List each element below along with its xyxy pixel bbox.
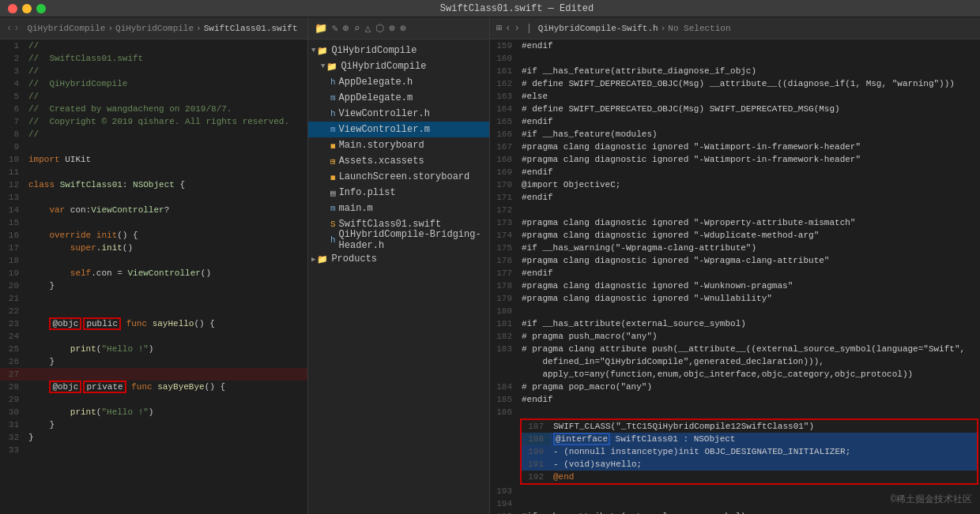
header-line: 162 # define SWIFT_DEPRECATED_OBJC(Msg) … — [490, 77, 980, 90]
header-line: 180 — [490, 305, 980, 317]
split-icon[interactable]: ⊞ — [496, 22, 502, 34]
list-item[interactable]: m AppDelegate.m — [308, 90, 489, 106]
tree-label: SwiftClass01.swift — [339, 219, 442, 230]
close-button[interactable] — [8, 4, 17, 13]
header-line: 160 — [490, 52, 980, 65]
code-line: 2 // SwiftClass01.swift — [0, 52, 307, 65]
header-line: 178 #pragma clang diagnostic ignored "-W… — [490, 280, 980, 292]
file-tree-area[interactable]: ▼ 📁 QiHybridCompile ▼ 📁 QiHybridCompile … — [308, 39, 489, 514]
code-line-27: 27 — [0, 368, 307, 381]
tree-label: LaunchScreen.storyboard — [339, 171, 470, 182]
forward-arrow[interactable]: › — [13, 23, 19, 34]
folder-icon: 📁 — [317, 46, 328, 56]
code-line: 13 — [0, 191, 307, 204]
header-line: 168 #pragma clang diagnostic ignored "-W… — [490, 153, 980, 166]
folder-icon: 📁 — [326, 62, 337, 72]
code-line: 4 // QiHybridCompile — [0, 77, 307, 90]
code-line: 5 // — [0, 90, 307, 103]
m-file-icon: m — [330, 204, 336, 213]
header-line: 159 #endif — [490, 39, 980, 52]
add-icon[interactable]: △ — [364, 22, 371, 35]
code-line: 21 — [0, 292, 307, 305]
list-item[interactable]: h AppDelegate.h — [308, 74, 489, 90]
list-item[interactable]: h QiHybridCompile-Bridging-Header.h — [308, 232, 489, 248]
list-item-selected[interactable]: m ViewController.m — [308, 122, 489, 137]
warn-icon[interactable]: ⬡ — [375, 22, 384, 35]
code-line: 29 — [0, 393, 307, 406]
storyboard-icon: ◼ — [330, 172, 336, 182]
tree-group-root[interactable]: ▼ 📁 QiHybridCompile — [308, 43, 489, 58]
tree-label: Main.storyboard — [339, 140, 424, 151]
m-file-icon: m — [330, 93, 336, 103]
link-icon[interactable]: ⊗ — [389, 22, 395, 35]
header-line: 169 #endif — [490, 166, 980, 178]
header-line: 170 @import ObjectiveC; — [490, 178, 980, 191]
header-line: 185 #endif — [490, 393, 980, 406]
breadcrumb-file[interactable]: SwiftClass01.swift — [204, 24, 298, 33]
code-line: 19 self.con = ViewController() — [0, 267, 307, 280]
header-line: 179 #pragma clang diagnostic ignored "-W… — [490, 292, 980, 305]
breadcrumb-root[interactable]: QiHybridCompile — [27, 24, 105, 33]
code-line: 16 override init() { — [0, 229, 307, 242]
header-line: 184 # pragma pop_macro("any") — [490, 381, 980, 393]
code-line: 25 print("Hello !") — [0, 343, 307, 355]
header-line: 191 - (void)sayHello; — [522, 458, 977, 471]
nav-forward[interactable]: › — [514, 23, 519, 34]
folder-icon[interactable]: 📁 — [315, 22, 327, 35]
code-line: 30 print("Hello !") — [0, 406, 307, 418]
search-tree-icon[interactable]: ⌕ — [354, 22, 360, 35]
header-line: defined_in="QiHybridCompile",generated_d… — [490, 355, 980, 368]
code-line: 33 — [0, 444, 307, 456]
breadcrumb-file[interactable]: QiHybridCompile-Swift.h — [538, 24, 658, 33]
plist-icon: ▤ — [330, 188, 336, 198]
code-line: 3 // — [0, 65, 307, 77]
highlighted-block: 187 SWIFT_CLASS("_TtC15QiHybridCompile12… — [520, 418, 978, 485]
breadcrumb-mid[interactable]: QiHybridCompile — [115, 24, 194, 33]
tree-label: QiHybridCompile — [341, 61, 426, 72]
tree-subgroup[interactable]: ▼ 📁 QiHybridCompile — [308, 58, 489, 74]
list-item[interactable]: ◼ LaunchScreen.storyboard — [308, 169, 489, 185]
sort-icon[interactable]: ⊕ — [343, 22, 349, 35]
swift-icon: S — [330, 219, 336, 229]
sep: | — [526, 23, 532, 34]
tree-label: QiHybridCompile — [331, 45, 416, 56]
header-line: 183 # pragma clang attribute push(__attr… — [490, 343, 980, 355]
code-line: 31 } — [0, 418, 307, 431]
list-item[interactable]: ⊞ Assets.xcassets — [308, 153, 489, 169]
header-panel: ⊞ ‹ › | QiHybridCompile-Swift.h › No Sel… — [490, 17, 980, 514]
header-line: 164 # define SWIFT_DEPRECATED_OBJC(Msg) … — [490, 103, 980, 115]
code-line: 15 — [0, 216, 307, 229]
header-line: 192 @end — [522, 471, 977, 483]
code-editor-area[interactable]: 1 // 2 // SwiftClass01.swift 3 // 4 // Q… — [0, 39, 307, 514]
header-line: 175 #if __has_warning("-Wpragma-clang-at… — [490, 242, 980, 254]
code-breadcrumb: QiHybridCompile › QiHybridCompile › Swif… — [27, 24, 297, 33]
tree-group-products[interactable]: ▶ 📁 Products — [308, 251, 489, 267]
header-line: 171 #endif — [490, 191, 980, 204]
main-container: ‹ › QiHybridCompile › QiHybridCompile › … — [0, 17, 980, 514]
nav-back[interactable]: ‹ — [505, 23, 511, 34]
edit-icon[interactable]: ✎ — [332, 22, 338, 35]
list-item[interactable]: m main.m — [308, 201, 489, 216]
tree-label: Info.plist — [339, 187, 396, 198]
header-code-area[interactable]: 159 #endif 160 161 #if __has_feature(att… — [490, 39, 980, 514]
tree-label: AppDelegate.h — [339, 77, 413, 88]
tree-label: Assets.xcassets — [339, 156, 424, 167]
code-line: 7 // Copyright © 2019 qishare. All right… — [0, 115, 307, 128]
code-line: 12 class SwiftClass01: NSObject { — [0, 178, 307, 191]
list-item[interactable]: ▤ Info.plist — [308, 185, 489, 201]
header-line: 161 #if __has_feature(attribute_diagnose… — [490, 65, 980, 77]
h-file-icon: h — [330, 109, 336, 118]
maximize-button[interactable] — [36, 4, 46, 13]
filter-icon[interactable]: ⊕ — [400, 22, 406, 35]
storyboard-icon: ◼ — [330, 141, 336, 151]
header-breadcrumb: QiHybridCompile-Swift.h › No Selection — [538, 24, 731, 33]
header-line: 187 SWIFT_CLASS("_TtC15QiHybridCompile12… — [522, 420, 977, 433]
list-item[interactable]: ◼ Main.storyboard — [308, 137, 489, 153]
back-arrow[interactable]: ‹ — [6, 23, 12, 34]
tree-label: main.m — [339, 203, 373, 214]
list-item[interactable]: h ViewController.h — [308, 106, 489, 122]
minimize-button[interactable] — [22, 4, 32, 13]
header-toolbar: ⊞ ‹ › | QiHybridCompile-Swift.h › No Sel… — [490, 17, 980, 39]
code-line-23: 23 @objcpublic func sayHello() { — [0, 317, 307, 330]
code-toolbar: ‹ › QiHybridCompile › QiHybridCompile › … — [0, 17, 307, 39]
